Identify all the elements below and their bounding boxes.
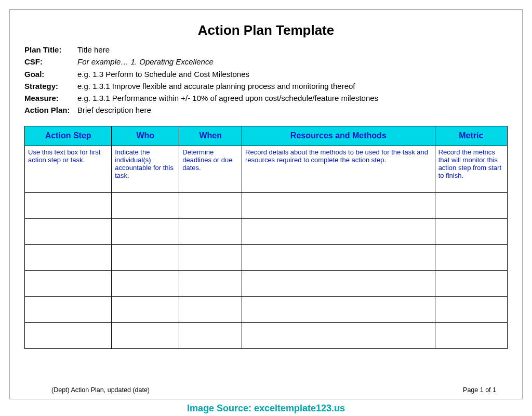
meta-label: CSF:: [24, 56, 77, 68]
cell: [112, 192, 179, 218]
page-title: Action Plan Template: [24, 22, 508, 38]
meta-row-action-plan: Action Plan: Brief description here: [24, 104, 508, 116]
meta-label: Measure:: [24, 92, 77, 104]
cell: [25, 322, 112, 348]
meta-value: e.g. 1.3 Perform to Schedule and Cost Mi…: [77, 68, 508, 80]
col-resources-methods: Resources and Methods: [242, 126, 435, 146]
cell: [112, 296, 179, 322]
cell-action-step: Use this text box for first action step …: [25, 146, 112, 192]
cell: [25, 270, 112, 296]
cell: [112, 244, 179, 270]
table-row: [25, 218, 508, 244]
cell-metric: Record the metrics that will monitor thi…: [435, 146, 507, 192]
meta-value: For example… 1. Operating Excellence: [77, 56, 508, 68]
cell: [435, 322, 507, 348]
cell: [435, 296, 507, 322]
meta-row-csf: CSF: For example… 1. Operating Excellenc…: [24, 56, 508, 68]
cell: [435, 218, 507, 244]
col-action-step: Action Step: [25, 126, 112, 146]
table-row: [25, 322, 508, 348]
plan-metadata: Plan Title: Title here CSF: For example……: [24, 44, 508, 116]
col-when: When: [179, 126, 242, 146]
cell: [179, 270, 242, 296]
col-metric: Metric: [435, 126, 507, 146]
table-row: [25, 244, 508, 270]
cell: [179, 192, 242, 218]
table-header-row: Action Step Who When Resources and Metho…: [25, 126, 508, 146]
table-row: [25, 296, 508, 322]
cell-resources: Record details about the methods to be u…: [242, 146, 435, 192]
cell: [242, 244, 435, 270]
cell: [435, 270, 507, 296]
cell: [242, 218, 435, 244]
action-plan-table: Action Step Who When Resources and Metho…: [24, 126, 508, 349]
cell: [179, 218, 242, 244]
cell: [112, 218, 179, 244]
cell: [25, 244, 112, 270]
meta-value: Brief description here: [77, 104, 508, 116]
cell: [242, 192, 435, 218]
cell: [179, 296, 242, 322]
meta-row-goal: Goal: e.g. 1.3 Perform to Schedule and C…: [24, 68, 508, 80]
table-row: [25, 270, 508, 296]
table-row: [25, 192, 508, 218]
cell: [25, 192, 112, 218]
meta-label: Strategy:: [24, 80, 77, 92]
image-source-credit: Image Source: exceltemplate123.us: [0, 403, 532, 414]
cell: [435, 192, 507, 218]
meta-row-plan-title: Plan Title: Title here: [24, 44, 508, 56]
col-who: Who: [112, 126, 179, 146]
cell: [112, 322, 179, 348]
meta-value: Title here: [77, 44, 508, 56]
meta-value: e.g. 1.3.1 Performance within +/- 10% of…: [77, 92, 508, 104]
cell: [242, 296, 435, 322]
table-instruction-row: Use this text box for first action step …: [25, 146, 508, 192]
cell: [179, 322, 242, 348]
meta-value: e.g. 1.3.1 Improve flexible and accurate…: [77, 80, 508, 92]
document-page: Action Plan Template Plan Title: Title h…: [9, 9, 523, 399]
meta-row-strategy: Strategy: e.g. 1.3.1 Improve flexible an…: [24, 80, 508, 92]
footer-right: Page 1 of 1: [463, 386, 496, 394]
meta-label: Plan Title:: [24, 44, 77, 56]
meta-label: Action Plan:: [24, 104, 77, 116]
cell: [112, 270, 179, 296]
cell-when: Determine deadlines or due dates.: [179, 146, 242, 192]
cell: [25, 218, 112, 244]
cell: [242, 270, 435, 296]
cell: [179, 244, 242, 270]
cell: [435, 244, 507, 270]
footer-left: (Dept) Action Plan, updated (date): [51, 386, 150, 394]
cell-who: Indicate the individual(s) accountable f…: [112, 146, 179, 192]
cell: [242, 322, 435, 348]
meta-row-measure: Measure: e.g. 1.3.1 Performance within +…: [24, 92, 508, 104]
page-footer: (Dept) Action Plan, updated (date) Page …: [51, 386, 496, 394]
meta-label: Goal:: [24, 68, 77, 80]
cell: [25, 296, 112, 322]
